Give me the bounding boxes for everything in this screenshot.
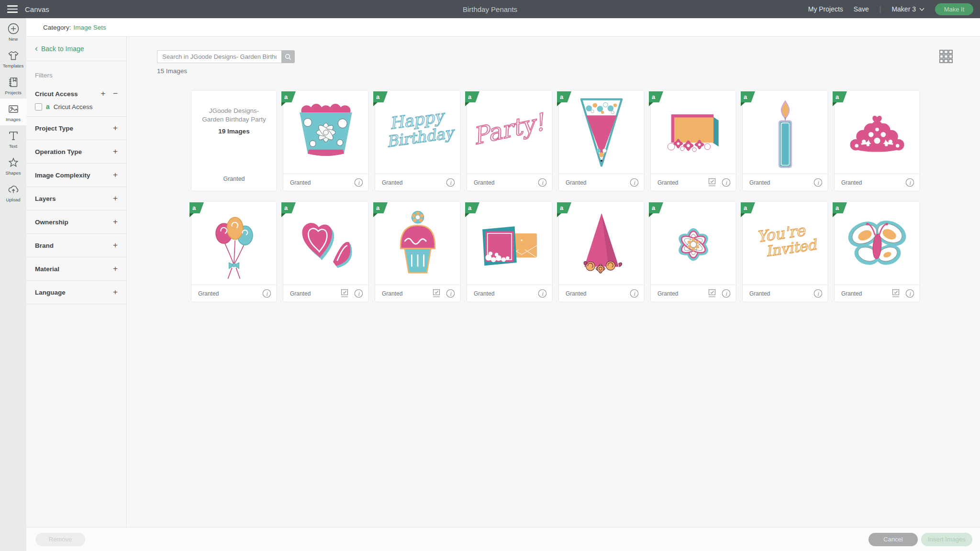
badge-fold (465, 213, 469, 217)
chevron-down-icon (919, 8, 924, 11)
cricut-access-checkbox[interactable] (35, 103, 42, 110)
image-card-cupcake-wrapper[interactable]: a (283, 90, 369, 191)
image-card-cupcake[interactable]: a Granted (375, 201, 461, 302)
image-set-info-card[interactable]: JGoode Designs- Garden Birthday Party 19… (191, 90, 277, 191)
insert-images-button[interactable]: Insert Images (921, 533, 972, 546)
grid-view-icon (939, 49, 953, 64)
info-icon[interactable]: i (722, 178, 731, 187)
granted-status: Granted (290, 290, 311, 297)
search-button[interactable] (281, 50, 295, 63)
filter-group-label: Cricut Access (35, 90, 78, 98)
sidebar-item-new[interactable]: New (0, 18, 26, 45)
info-icon[interactable]: i (354, 178, 363, 187)
plus-icon: + (113, 264, 118, 274)
image-card-party-hat[interactable]: a Granted (558, 201, 645, 302)
badge-fold (465, 102, 469, 106)
info-icon[interactable]: i (905, 178, 914, 187)
category-image-sets-link[interactable]: Image Sets (74, 24, 106, 31)
remove-button[interactable]: Remove (35, 533, 85, 546)
party-script-art: Party! (467, 90, 552, 174)
image-set-browser: 15 Images JGoode Designs- Garden Birthda… (127, 37, 980, 527)
plus-icon[interactable]: + (101, 89, 106, 99)
image-card-place-card[interactable]: a Granted (650, 90, 736, 191)
image-card-tiara[interactable]: a G (834, 90, 920, 191)
info-icon[interactable]: i (446, 178, 455, 187)
image-card-flower[interactable]: a Granted (650, 201, 736, 302)
shapes-icon (7, 156, 20, 169)
info-icon[interactable]: i (813, 289, 823, 298)
granted-status: Granted (657, 290, 678, 297)
select-checkbox-icon[interactable] (432, 289, 442, 298)
cupcake-wrapper-art (283, 90, 368, 174)
sidebar-item-shapes[interactable]: Shapes (0, 152, 26, 179)
info-icon[interactable]: i (905, 289, 914, 298)
select-checkbox-icon[interactable] (708, 178, 717, 187)
sidebar-item-projects[interactable]: Projects (0, 72, 26, 99)
cupcake-art (375, 201, 460, 285)
filter-group-brand[interactable]: Brand + (26, 234, 126, 257)
info-icon[interactable]: i (722, 289, 731, 298)
category-bar: Category: Image Sets (26, 18, 980, 37)
image-card-heart-leaf[interactable]: a Granted (283, 201, 369, 302)
filter-group-image-complexity[interactable]: Image Complexity + (26, 164, 126, 187)
pennant-art (559, 90, 644, 174)
filter-group-operation-type[interactable]: Operation Type + (26, 140, 126, 164)
info-icon[interactable]: i (538, 289, 547, 298)
badge-fold (557, 213, 561, 217)
image-card-invitation[interactable]: a * Granted i (467, 201, 553, 302)
save-link[interactable]: Save (854, 5, 869, 13)
filter-group-project-type[interactable]: Project Type + (26, 117, 126, 140)
svg-text:i: i (909, 180, 912, 186)
image-card-youre-invited[interactable]: a You're Invited Granted i (742, 201, 828, 302)
filter-group-layers[interactable]: Layers + (26, 187, 126, 210)
upload-cloud-icon (7, 183, 20, 196)
select-checkbox-icon[interactable] (891, 289, 901, 298)
make-it-button[interactable]: Make It (935, 3, 973, 15)
select-checkbox-icon[interactable] (708, 289, 717, 298)
my-projects-link[interactable]: My Projects (808, 5, 843, 13)
image-card-party[interactable]: a Party! Granted i (467, 90, 553, 191)
sidebar-item-text[interactable]: Text (0, 125, 26, 152)
info-icon[interactable]: i (538, 178, 547, 187)
tiara-art (835, 90, 920, 174)
minus-icon[interactable]: − (113, 89, 118, 99)
image-card-pennant[interactable]: a Granted i (558, 90, 645, 191)
cancel-button[interactable]: Cancel (869, 533, 918, 546)
info-icon[interactable]: i (630, 289, 639, 298)
svg-text:i: i (817, 180, 820, 186)
image-card-balloons[interactable]: a Granted i (191, 201, 277, 302)
info-icon[interactable]: i (354, 289, 363, 298)
machine-selector[interactable]: Maker 3 (891, 5, 924, 13)
hamburger-menu-icon[interactable] (0, 0, 25, 18)
svg-text:i: i (634, 180, 636, 186)
granted-status: Granted (841, 179, 862, 186)
sidebar-item-templates[interactable]: Templates (0, 45, 26, 72)
granted-status: Granted (474, 290, 494, 297)
svg-text:i: i (450, 291, 452, 297)
image-card-candle[interactable]: a Granted i (742, 90, 828, 191)
back-to-image-link[interactable]: ‹ Back to Image (26, 37, 126, 61)
text-icon (7, 129, 20, 143)
image-card-happy-birthday[interactable]: a Happy Birthday Granted i (375, 90, 461, 191)
info-icon[interactable]: i (446, 289, 455, 298)
filter-panel: ‹ Back to Image Filters Cricut Access + … (26, 37, 127, 527)
info-icon[interactable]: i (262, 289, 271, 298)
plus-icon: + (113, 287, 118, 297)
info-icon[interactable]: i (813, 178, 823, 187)
info-icon[interactable]: i (630, 178, 639, 187)
select-checkbox-icon[interactable] (340, 289, 350, 298)
sidebar-item-images[interactable]: Images (0, 99, 26, 125)
grid-view-toggle[interactable] (939, 49, 953, 66)
badge-fold (557, 102, 561, 106)
cricut-access-option: a Cricut Access (26, 102, 126, 110)
search-input[interactable] (157, 50, 281, 63)
filter-group-language[interactable]: Language + (26, 281, 126, 304)
filter-group-ownership[interactable]: Ownership + (26, 210, 126, 234)
plus-icon: + (113, 123, 118, 133)
sidebar-item-upload[interactable]: Upload (0, 179, 26, 206)
image-card-butterfly[interactable]: a (834, 201, 920, 302)
machine-name: Maker 3 (891, 5, 916, 13)
granted-status: Granted (749, 179, 770, 186)
filter-group-material[interactable]: Material + (26, 257, 126, 281)
badge-fold (741, 102, 745, 106)
